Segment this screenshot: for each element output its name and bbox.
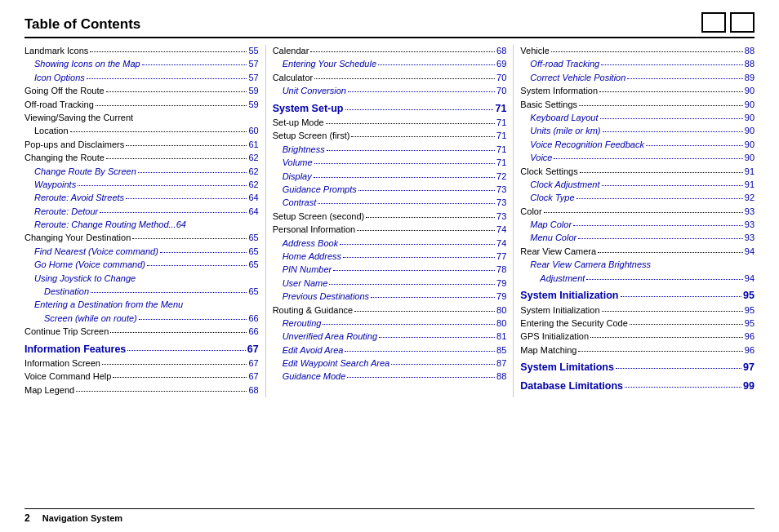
toc-page: 79 [496, 290, 506, 303]
toc-dots [351, 136, 495, 137]
toc-page: 68 [496, 45, 506, 57]
toc-dots [544, 212, 743, 213]
toc-dots [630, 324, 743, 325]
toc-dots [347, 377, 495, 378]
toc-entry: Unit Conversion70 [273, 85, 507, 97]
toc-dots [139, 319, 247, 320]
toc-entry: Setup Screen (second)73 [273, 211, 507, 223]
toc-dots [329, 284, 495, 285]
toc-entry: Basic Settings90 [520, 99, 755, 111]
toc-label: Go Home (Voice command) [34, 259, 145, 271]
toc-page: 90 [745, 112, 755, 124]
toc-page: 95 [745, 317, 755, 330]
toc-label: Database Limitations [520, 379, 623, 394]
toc-page: 89 [745, 72, 755, 84]
toc-dots [345, 351, 495, 352]
toc-label: Home Address [283, 250, 341, 263]
toc-page: 93 [745, 206, 755, 218]
toc-page: 80 [496, 317, 506, 330]
toc-entry: Changing Your Destination65 [24, 232, 259, 244]
toc-label: Calculator [273, 72, 314, 84]
toc-entry: Rear View Camera Brightness [520, 259, 755, 271]
footer-label: Navigation System [42, 513, 122, 523]
toc-label: Routing & Guidance [273, 304, 353, 317]
toc-dots [601, 64, 743, 65]
toc-page: 90 [745, 152, 755, 164]
toc-entry: Menu Color93 [520, 232, 755, 244]
toc-dots [599, 91, 743, 92]
toc-label: Edit Waypoint Search Area [283, 357, 390, 370]
toc-dots [391, 364, 495, 365]
toc-page: 79 [496, 277, 506, 290]
toc-page: 71 [496, 144, 506, 156]
col-1: Landmark Icons55Showing Icons on the Map… [24, 45, 266, 397]
toc-dots [323, 324, 495, 325]
toc-entry: Find Nearest (Voice command)65 [24, 246, 259, 258]
toc-entry: Adjustment94 [520, 273, 755, 285]
toc-entry: Personal Information74 [273, 224, 507, 236]
toc-label: Going Off the Route [24, 85, 105, 97]
toc-page: 73 [496, 211, 506, 223]
toc-dots [576, 198, 743, 199]
toc-page: 90 [745, 125, 755, 137]
toc-entry: Clock Adjustment91 [520, 179, 755, 191]
toc-dots [76, 391, 247, 392]
toc-label: Edit Avoid Area [283, 344, 344, 357]
toc-page: 93 [745, 232, 755, 244]
toc-dots [579, 105, 743, 106]
toc-label: System Set-up [273, 102, 344, 117]
toc-entry: Contrast73 [273, 197, 507, 209]
toc-label: Volume [283, 157, 313, 169]
toc-page: 72 [496, 171, 506, 183]
toc-dots [142, 64, 247, 65]
toc-label: Guidance Prompts [283, 184, 357, 196]
toc-dots [78, 185, 247, 186]
toc-entry: Correct Vehicle Position89 [520, 72, 755, 84]
toc-dots [340, 244, 495, 245]
toc-entry: Database Limitations99 [520, 379, 755, 394]
toc-dots [126, 145, 247, 146]
toc-entry: Keyboard Layout90 [520, 112, 755, 124]
toc-entry: Color93 [520, 206, 755, 218]
toc-entry: Display72 [273, 171, 507, 183]
toc-label: Voice [530, 152, 552, 164]
toc-label: Set-up Mode [273, 117, 324, 129]
toc-page: 67 [248, 357, 258, 370]
toc-page: 90 [745, 139, 755, 151]
toc-entry: Voice Recognition Feedback90 [520, 139, 755, 151]
col-3: Vehicle88Off-road Tracking88Correct Vehi… [514, 45, 755, 397]
toc-entry: PIN Number78 [273, 264, 507, 276]
toc-label: Continue Trip Screen [24, 326, 109, 338]
toc-label: Off-road Tracking [530, 58, 599, 70]
toc-page: 95 [743, 289, 755, 304]
toc-dots [314, 177, 495, 178]
toc-page: 69 [496, 58, 506, 70]
toc-label: System Initialization [520, 304, 599, 317]
toc-entry: Vehicle88 [520, 45, 755, 57]
toc-entry: Brightness71 [273, 144, 507, 156]
toc-label: Brightness [283, 144, 325, 156]
toc-entry: Location60 [24, 125, 259, 137]
toc-label: Map Legend [24, 384, 74, 397]
toc-page: 62 [248, 152, 258, 164]
toc-entry: Icon Options57 [24, 72, 259, 84]
corner-box-2 [730, 12, 755, 33]
toc-page: 65 [248, 246, 258, 258]
toc-entry: Map Legend68 [24, 384, 259, 397]
toc-page: 57 [248, 58, 258, 70]
toc-dots [326, 123, 495, 124]
toc-entry: Setup Screen (first)71 [273, 130, 507, 142]
toc-page: 67 [247, 343, 259, 357]
toc-dots [578, 238, 743, 239]
toc-dots [646, 145, 743, 146]
toc-entry: Reroute: Change Routing Method... 64 [24, 219, 259, 231]
toc-dots [314, 78, 495, 79]
toc-entry: Rear View Camera94 [520, 246, 755, 258]
toc-label: Adjustment [540, 273, 585, 285]
toc-dots [578, 351, 742, 352]
toc-label: Unit Conversion [283, 85, 346, 97]
toc-page: 62 [248, 166, 258, 178]
toc-label: Location [34, 125, 69, 137]
toc-entry: Continue Trip Screen66 [24, 326, 259, 338]
toc-page: 64 [248, 192, 258, 204]
